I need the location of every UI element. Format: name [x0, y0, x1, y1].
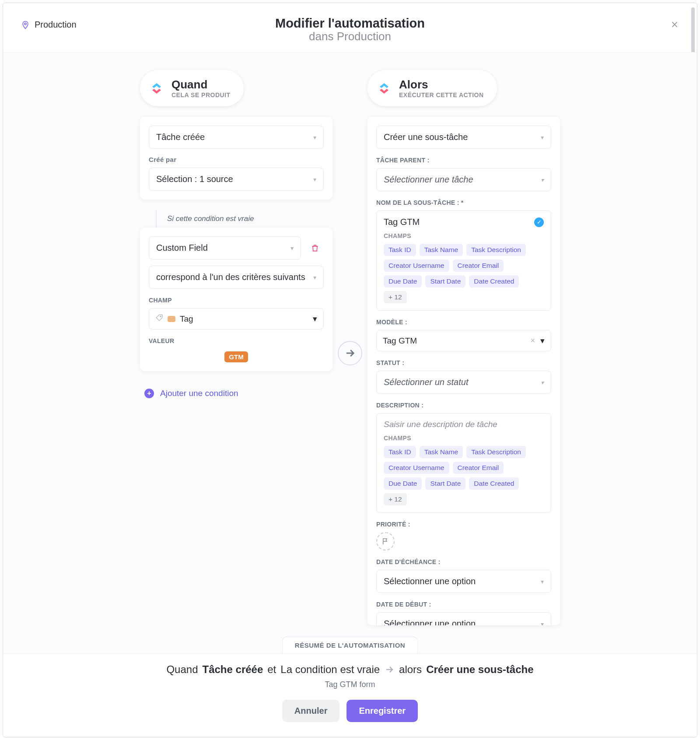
- summary-when-prefix: Quand: [166, 663, 198, 676]
- when-sub: CELA SE PRODUIT: [172, 91, 231, 98]
- description-input[interactable]: Saisir une description de tâche: [384, 420, 544, 429]
- start-date-value: Sélectionner une option: [384, 619, 476, 625]
- chevron-down-icon: ▾: [290, 245, 294, 252]
- due-date-label: DATE D'ÉCHÉANCE :: [376, 558, 551, 565]
- condition-op-value: correspond à l'un des critères suivants: [156, 272, 305, 282]
- when-column: Quand CELA SE PRODUIT Tâche créée ▾ Créé…: [140, 70, 332, 636]
- start-date-label: DATE DE DÉBUT :: [376, 601, 551, 608]
- clickup-logo-icon: [377, 81, 391, 95]
- action-select[interactable]: Créer une sous-tâche ▾: [376, 126, 551, 149]
- subtask-name-label: NOM DE LA SOUS-TÂCHE : *: [376, 199, 551, 206]
- priority-button[interactable]: [376, 532, 395, 551]
- trigger-select[interactable]: Tâche créée ▾: [149, 126, 324, 149]
- priority-label: PRIORITÉ :: [376, 521, 551, 528]
- chip-task-description[interactable]: Task Description: [466, 446, 526, 458]
- parent-task-select[interactable]: Sélectionner une tâche ▾: [376, 168, 551, 191]
- champ-select[interactable]: Tag ▾: [149, 308, 324, 330]
- chip-task-id[interactable]: Task ID: [384, 244, 416, 256]
- chip-more[interactable]: + 12: [384, 291, 407, 303]
- value-pill-gtm[interactable]: GTM: [224, 351, 248, 362]
- summary-tab[interactable]: RÉSUMÉ DE L'AUTOMATISATION: [282, 637, 418, 653]
- footer: Quand Tâche créée et La condition est vr…: [3, 653, 697, 737]
- chip-creator-email[interactable]: Creator Email: [453, 462, 504, 474]
- summary-cond-text: La condition est vraie: [280, 663, 380, 676]
- tag-color-swatch: [168, 316, 175, 322]
- model-value: Tag GTM: [383, 336, 417, 346]
- svg-point-0: [24, 23, 26, 25]
- action-card: Créer une sous-tâche ▾ TÂCHE PARENT : Sé…: [368, 117, 560, 625]
- chevron-down-icon: ▾: [540, 336, 545, 346]
- delete-condition-button[interactable]: [306, 238, 324, 259]
- subtask-name-input[interactable]: Tag GTM: [384, 217, 420, 227]
- then-title: Alors: [399, 78, 484, 91]
- chip-start-date[interactable]: Start Date: [425, 275, 466, 288]
- breadcrumb[interactable]: Production: [21, 20, 77, 30]
- chevron-down-icon: ▾: [541, 134, 544, 141]
- due-date-value: Sélectionner une option: [384, 576, 476, 586]
- chip-due-date[interactable]: Due Date: [384, 275, 422, 288]
- then-pill: Alors EXÉCUTER CETTE ACTION: [368, 70, 497, 106]
- summary-then-bold: Créer une sous-tâche: [426, 663, 533, 676]
- close-icon[interactable]: [670, 20, 680, 30]
- save-button[interactable]: Enregistrer: [346, 700, 418, 722]
- chip-due-date[interactable]: Due Date: [384, 477, 422, 490]
- when-title: Quand: [172, 78, 231, 91]
- created-by-value: Sélection : 1 source: [156, 174, 233, 184]
- chip-creator-email[interactable]: Creator Email: [453, 260, 504, 272]
- trigger-card: Tâche créée ▾ Créé par Sélection : 1 sou…: [140, 117, 332, 200]
- modal-subtitle: dans Production: [21, 30, 679, 43]
- chevron-down-icon: ▾: [541, 621, 544, 626]
- cancel-button[interactable]: Annuler: [282, 700, 340, 722]
- automation-canvas: Quand CELA SE PRODUIT Tâche créée ▾ Créé…: [3, 53, 697, 653]
- chip-task-description[interactable]: Task Description: [466, 244, 526, 256]
- chip-creator-username[interactable]: Creator Username: [384, 462, 449, 474]
- chip-date-created[interactable]: Date Created: [469, 275, 519, 288]
- chip-task-name[interactable]: Task Name: [420, 244, 463, 256]
- created-by-label: Créé par: [149, 156, 324, 163]
- modal-header: Production Modifier l'automatisation dan…: [3, 3, 697, 53]
- svg-point-1: [160, 316, 161, 317]
- chip-task-id[interactable]: Task ID: [384, 446, 416, 458]
- desc-chips: Task ID Task Name Task Description Creat…: [384, 446, 544, 505]
- summary-cond-conj: et: [267, 663, 276, 676]
- then-column: Alors EXÉCUTER CETTE ACTION Créer une so…: [368, 70, 560, 636]
- champs-label-1: CHAMPS: [384, 232, 544, 239]
- start-date-select[interactable]: Sélectionner une option ▾: [376, 612, 551, 625]
- trigger-value: Tâche créée: [156, 132, 205, 142]
- condition-card: Custom Field ▾ correspond à l'un des cri…: [140, 228, 332, 371]
- description-label: DESCRIPTION :: [376, 402, 551, 409]
- chip-creator-username[interactable]: Creator Username: [384, 260, 449, 272]
- parent-task-label: TÂCHE PARENT :: [376, 157, 551, 164]
- chip-task-name[interactable]: Task Name: [420, 446, 463, 458]
- then-sub: EXÉCUTER CETTE ACTION: [399, 91, 484, 98]
- action-value: Créer une sous-tâche: [384, 132, 468, 142]
- name-chips: Task ID Task Name Task Description Creat…: [384, 244, 544, 303]
- summary-then-prefix: alors: [399, 663, 422, 676]
- due-date-select[interactable]: Sélectionner une option ▾: [376, 570, 551, 593]
- chevron-down-icon: ▾: [313, 314, 317, 324]
- add-condition-button[interactable]: + Ajouter une condition: [140, 382, 332, 405]
- when-pill: Quand CELA SE PRODUIT: [140, 70, 244, 106]
- automation-name: Tag GTM form: [21, 680, 679, 689]
- chevron-down-icon: ▾: [313, 274, 316, 281]
- arrow-icon: [338, 341, 362, 365]
- model-label: MODÈLE :: [376, 319, 551, 326]
- chip-date-created[interactable]: Date Created: [469, 477, 519, 490]
- condition-field-select[interactable]: Custom Field ▾: [149, 236, 301, 260]
- chip-start-date[interactable]: Start Date: [425, 477, 466, 490]
- modal-title: Modifier l'automatisation: [21, 16, 679, 31]
- breadcrumb-location: Production: [35, 20, 77, 30]
- tag-icon: [155, 314, 163, 324]
- chevron-down-icon: ▾: [541, 379, 544, 386]
- chip-more[interactable]: + 12: [384, 493, 407, 505]
- clear-model-icon[interactable]: ×: [530, 336, 535, 345]
- summary-when-bold: Tâche créée: [203, 663, 263, 676]
- description-block: Saisir une description de tâche CHAMPS T…: [376, 413, 551, 513]
- condition-field-value: Custom Field: [156, 243, 208, 253]
- created-by-select[interactable]: Sélection : 1 source ▾: [149, 168, 324, 191]
- add-condition-label: Ajouter une condition: [160, 389, 238, 398]
- subtask-name-block: Tag GTM ✓ CHAMPS Task ID Task Name Task …: [376, 210, 551, 311]
- condition-operator-select[interactable]: correspond à l'un des critères suivants …: [149, 266, 324, 289]
- status-select[interactable]: Sélectionner un statut ▾: [376, 371, 551, 394]
- model-select[interactable]: Tag GTM × ▾: [376, 330, 551, 351]
